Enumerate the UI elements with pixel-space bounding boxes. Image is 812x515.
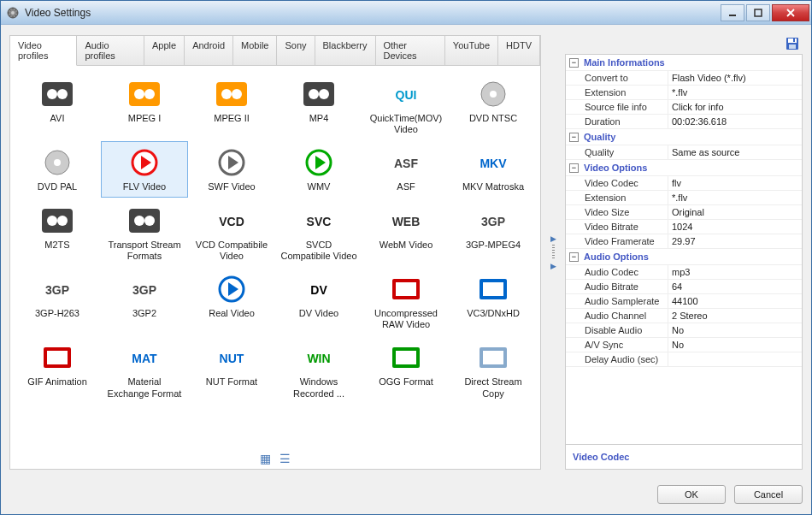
format-gif-animation[interactable]: GIF Animation [14, 336, 101, 403]
close-button[interactable] [772, 4, 809, 21]
prop-row[interactable]: QualitySame as source [566, 145, 802, 160]
prop-value[interactable]: *.flv [668, 191, 802, 204]
prop-row[interactable]: Extension*.flv [566, 191, 802, 205]
prop-value[interactable] [668, 352, 802, 366]
prop-row[interactable]: A/V SyncNo [566, 338, 802, 352]
collapse-icon[interactable]: − [569, 133, 579, 142]
format-dv-video[interactable]: DV DV Video [275, 268, 362, 334]
tab-blackberry[interactable]: Blackberry [315, 36, 376, 65]
format-webm-video[interactable]: WEBWebM Video [362, 199, 450, 266]
format-label: M2TS [44, 240, 69, 251]
format-vcd-compatibile-video[interactable]: VCDVCD Compatibile Video [188, 199, 275, 266]
prop-row[interactable]: Delay Audio (sec) [566, 352, 802, 367]
prop-row[interactable]: Audio Samplerate44100 [566, 294, 802, 309]
group-main-informations[interactable]: −Main Informations [566, 55, 802, 71]
prop-value[interactable]: *.flv [668, 86, 802, 99]
list-view-button[interactable]: ☰ [279, 452, 291, 465]
format-avi[interactable]: AVI [14, 73, 101, 139]
format-flv-video[interactable]: FLV Video [101, 141, 188, 197]
format-nut-format[interactable]: NUTNUT Format [188, 336, 275, 403]
tab-sony[interactable]: Sony [277, 36, 315, 65]
prop-value[interactable]: Original [668, 205, 802, 219]
svg-rect-45 [396, 282, 416, 296]
prop-row[interactable]: Audio Bitrate64 [566, 280, 802, 294]
format-asf[interactable]: ASFASF [362, 141, 450, 197]
format-wmv[interactable]: WMV [275, 141, 362, 197]
tab-youtube[interactable]: YouTube [445, 36, 498, 65]
save-icon[interactable] [786, 37, 799, 50]
prop-row[interactable]: Extension*.flv [566, 86, 802, 100]
format-dvd-ntsc[interactable]: DVD NTSC [450, 73, 537, 139]
prop-row[interactable]: Video Framerate29.97 [566, 234, 802, 249]
collapse-icon[interactable]: − [569, 252, 579, 262]
format-swf-video[interactable]: SWF Video [188, 141, 275, 197]
prop-value[interactable]: Click for info [668, 100, 802, 114]
tab-other-devices[interactable]: Other Devices [376, 36, 445, 65]
format-uncompressed-raw-video[interactable]: Uncompressed RAW Video [362, 268, 450, 334]
format-mp4[interactable]: MP4 [275, 73, 362, 139]
maximize-button[interactable] [746, 4, 770, 21]
format-mkv-matroska[interactable]: MKVMKV Matroska [450, 141, 537, 197]
prop-value[interactable]: 1024 [668, 220, 802, 234]
tab-android[interactable]: Android [185, 36, 233, 65]
prop-value[interactable]: Same as source [668, 145, 802, 159]
tab-video-profiles[interactable]: Video profiles [10, 36, 77, 66]
format-icon [385, 340, 427, 375]
tab-hdtv[interactable]: HDTV [498, 36, 540, 65]
cancel-button[interactable]: Cancel [734, 485, 803, 504]
prop-row[interactable]: Convert toFlash Video (*.flv) [566, 71, 802, 86]
prop-value[interactable]: 29.97 [668, 234, 802, 248]
format-3gp2[interactable]: 3GP3GP2 [101, 268, 188, 334]
format-mpeg-i[interactable]: MPEG I [101, 73, 188, 139]
format-icon [37, 204, 78, 238]
collapse-icon[interactable]: − [569, 163, 579, 173]
format-quicktime-mov-video[interactable]: QUIQuickTime(MOV) Video [362, 73, 450, 139]
group-video-options[interactable]: −Video Options [566, 160, 802, 176]
format-3gp-mpeg4[interactable]: 3GP3GP-MPEG4 [450, 199, 537, 266]
prop-row[interactable]: Audio Channel2 Stereo [566, 309, 802, 323]
format-windows-recorded-[interactable]: WINWindows Recorded ... [275, 336, 362, 403]
group-quality[interactable]: −Quality [566, 129, 802, 145]
prop-value[interactable]: flv [668, 176, 802, 190]
prop-value[interactable]: mp3 [668, 265, 802, 279]
format-material-exchange-format[interactable]: MATMaterial Exchange Format [101, 336, 188, 403]
property-grid[interactable]: −Main InformationsConvert toFlash Video … [565, 54, 803, 445]
format-label: Real Video [209, 308, 255, 319]
collapse-icon[interactable]: − [569, 58, 579, 68]
prop-value[interactable]: No [668, 338, 802, 352]
format-m2ts[interactable]: M2TS [14, 199, 101, 266]
icon-view-button[interactable]: ▦ [260, 452, 271, 465]
ok-button[interactable]: OK [657, 485, 726, 504]
svg-text:3GP: 3GP [481, 215, 505, 228]
prop-row[interactable]: Disable AudioNo [566, 323, 802, 338]
format-vc3-dnxhd[interactable]: VC3/DNxHD [450, 268, 537, 334]
prop-row[interactable]: Duration00:02:36.618 [566, 115, 802, 129]
prop-value[interactable]: 64 [668, 280, 802, 293]
tab-audio-profiles[interactable]: Audio profiles [77, 36, 144, 65]
format-svcd-compatibile-video[interactable]: SVCSVCD Compatibile Video [275, 199, 362, 266]
prop-row[interactable]: Video SizeOriginal [566, 205, 802, 220]
prop-value[interactable]: 44100 [668, 294, 802, 308]
prop-row[interactable]: Audio Codecmp3 [566, 265, 802, 280]
prop-value[interactable]: 00:02:36.618 [668, 115, 802, 128]
prop-value[interactable]: 2 Stereo [668, 309, 802, 323]
format-real-video[interactable]: Real Video [188, 268, 275, 334]
format-3gp-h263[interactable]: 3GP3GP-H263 [14, 268, 101, 334]
format-dvd-pal[interactable]: DVD PAL [14, 141, 101, 197]
prop-row[interactable]: Video Bitrate1024 [566, 220, 802, 234]
format-direct-stream-copy[interactable]: Direct Stream Copy [450, 336, 537, 403]
prop-row[interactable]: Source file infoClick for info [566, 100, 802, 115]
prop-value[interactable]: No [668, 323, 802, 337]
tab-mobile[interactable]: Mobile [233, 36, 277, 65]
prop-value[interactable]: Flash Video (*.flv) [668, 71, 802, 85]
format-ogg-format[interactable]: OGG Format [362, 336, 450, 403]
splitter[interactable]: ▶ ▶ [548, 35, 558, 470]
group-audio-options[interactable]: −Audio Options [566, 249, 802, 265]
tab-apple[interactable]: Apple [144, 36, 185, 65]
prop-row[interactable]: Video Codecflv [566, 176, 802, 191]
format-mpeg-ii[interactable]: MPEG II [188, 73, 275, 139]
minimize-button[interactable] [721, 4, 744, 21]
format-grid-container[interactable]: AVIMPEG IMPEG IIMP4QUIQuickTime(MOV) Vid… [10, 66, 540, 448]
content-area: Video profilesAudio profilesAppleAndroid… [1, 25, 811, 477]
format-transport-stream-formats[interactable]: Transport Stream Formats [101, 199, 188, 266]
